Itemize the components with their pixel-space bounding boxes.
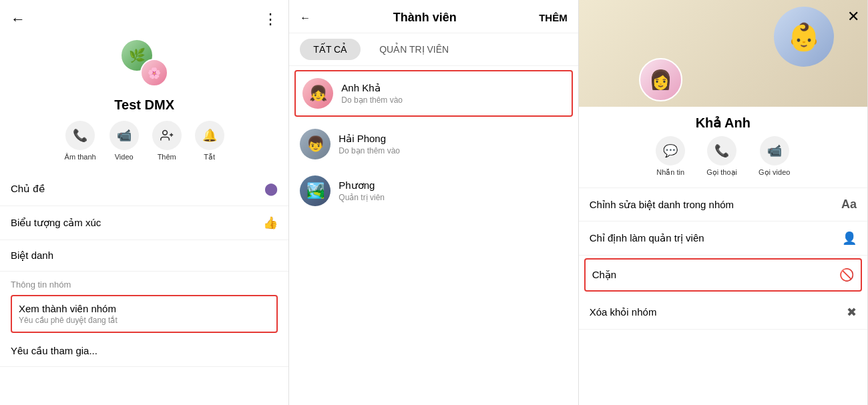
video-button[interactable]: 📹 Video	[110, 121, 139, 161]
emoji-item[interactable]: Biểu tượng cảm xúc 👍	[0, 206, 288, 240]
message-label: Nhắn tin	[656, 168, 684, 177]
member-anh-kha[interactable]: 👧 Anh Khả Do bạn thêm vào	[296, 71, 571, 115]
call-button[interactable]: 📞 Gọi thoại	[706, 136, 737, 177]
panel2-back-button[interactable]: ←	[300, 12, 310, 24]
member-anh-kha-sub: Do bạn thêm vào	[341, 95, 403, 105]
video-label: Video	[115, 153, 134, 161]
user-name: Khả Anh	[579, 107, 867, 136]
panel1-header: ← ⋮	[0, 0, 288, 33]
woman-avatar: 👩	[639, 58, 682, 101]
member-anh-kha-info: Anh Khả Do bạn thêm vào	[341, 82, 403, 105]
call-label: Gọi thoại	[706, 168, 737, 177]
view-members-item-wrapper: Xem thành viên nhóm Yêu cầu phê duyệt đa…	[5, 295, 283, 333]
mute-label: Tắt	[204, 153, 215, 161]
audio-icon: 📞	[65, 121, 95, 150]
theme-label: Chủ đề	[11, 183, 45, 195]
edit-nickname-item[interactable]: Chỉnh sửa biệt danh trong nhóm Aa	[579, 188, 867, 222]
video-icon: 📹	[110, 121, 139, 150]
group-avatar: 🌿 🌸	[120, 39, 168, 87]
remove-from-group-label: Xóa khỏi nhóm	[590, 306, 657, 318]
panel2-title: Thành viên	[393, 11, 457, 25]
panel2-header: ← Thành viên THÊM	[289, 0, 578, 33]
view-members-title: Xem thành viên nhóm	[19, 303, 270, 314]
add-label: Thêm	[158, 153, 176, 161]
tab-all[interactable]: TẤT CẢ	[300, 39, 361, 60]
baby-avatar: 👶	[774, 7, 834, 67]
video-call-label: Gọi video	[758, 168, 790, 177]
member-anh-kha-name: Anh Khả	[341, 82, 403, 94]
audio-label: Âm thanh	[65, 153, 96, 161]
theme-icon: ⬤	[264, 181, 278, 196]
make-admin-label: Chỉ định làm quản trị viên	[590, 232, 704, 244]
edit-nickname-icon: Aa	[841, 197, 857, 212]
join-request-item[interactable]: Yêu cầu tham gia...	[0, 336, 288, 367]
add-members-button[interactable]: THÊM	[539, 12, 568, 23]
remove-from-group-icon: ✖	[847, 305, 857, 320]
bell-icon: 🔔	[195, 121, 224, 150]
profile-section: 🌿 🌸 Test DMX 📞 Âm thanh 📹 Video	[0, 33, 288, 172]
member-anh-kha-avatar: 👧	[302, 78, 333, 109]
svg-point-0	[162, 131, 167, 135]
close-button[interactable]: ✕	[847, 8, 859, 25]
block-item[interactable]: Chặn 🚫	[586, 260, 861, 290]
avatar-2: 🌸	[140, 59, 168, 87]
member-phuong-avatar: 🏞️	[300, 175, 331, 206]
member-hai-phong-avatar: 👦	[300, 129, 331, 159]
group-info-panel: ← ⋮ 🌿 🌸 Test DMX 📞 Âm thanh 📹 Video	[0, 0, 289, 405]
add-member-button[interactable]: Thêm	[152, 121, 182, 161]
member-phuong-name: Phương	[339, 179, 385, 191]
member-hai-phong-name: Hải Phong	[339, 133, 400, 145]
tab-admin[interactable]: QUẢN TRỊ VIÊN	[366, 39, 462, 60]
block-label: Chặn	[592, 269, 617, 281]
group-name: Test DMX	[114, 97, 174, 113]
member-phuong-sub: Quản trị viên	[339, 193, 385, 202]
call-icon: 📞	[707, 136, 736, 165]
action-buttons: 📞 Âm thanh 📹 Video Thêm	[65, 121, 224, 161]
tabs-row: TẤT CẢ QUẢN TRỊ VIÊN	[289, 33, 578, 66]
audio-button[interactable]: 📞 Âm thanh	[65, 121, 96, 161]
remove-from-group-item[interactable]: Xóa khỏi nhóm ✖	[579, 296, 867, 330]
make-admin-icon: 👤	[842, 231, 857, 246]
mute-button[interactable]: 🔔 Tắt	[195, 121, 224, 161]
view-members-sub: Yêu cầu phê duyệt đang tắt	[19, 316, 270, 325]
member-hai-phong[interactable]: 👦 Hải Phong Do bạn thêm vào	[289, 121, 578, 167]
member-item-highlighted[interactable]: 👧 Anh Khả Do bạn thêm vào	[294, 70, 572, 117]
video-call-button[interactable]: 📹 Gọi video	[758, 136, 790, 177]
section-header: Thông tin nhóm	[0, 272, 288, 292]
member-phuong[interactable]: 🏞️ Phương Quản trị viên	[289, 167, 578, 214]
make-admin-item[interactable]: Chỉ định làm quản trị viên 👤	[579, 222, 867, 256]
block-icon: 🚫	[839, 268, 854, 282]
video-call-icon: 📹	[760, 136, 789, 165]
back-button[interactable]: ←	[11, 11, 25, 28]
emoji-icon: 👍	[263, 216, 278, 230]
join-request-label: Yêu cầu tham gia...	[11, 345, 97, 357]
message-icon: 💬	[656, 136, 685, 165]
block-item-wrapper: Chặn 🚫	[584, 258, 862, 292]
edit-nickname-label: Chỉnh sửa biệt danh trong nhóm	[590, 199, 734, 211]
view-members-item[interactable]: Xem thành viên nhóm Yêu cầu phê duyệt đa…	[11, 295, 278, 333]
member-phuong-info: Phương Quản trị viên	[339, 179, 385, 202]
member-hai-phong-info: Hải Phong Do bạn thêm vào	[339, 133, 400, 155]
nickname-label: Biệt danh	[11, 250, 53, 262]
panel3-action-row: 💬 Nhắn tin 📞 Gọi thoại 📹 Gọi video	[579, 136, 867, 188]
more-options-button[interactable]: ⋮	[263, 11, 278, 28]
message-button[interactable]: 💬 Nhắn tin	[656, 136, 685, 177]
theme-item[interactable]: Chủ đề ⬤	[0, 172, 288, 206]
emoji-label: Biểu tượng cảm xúc	[11, 217, 101, 229]
add-person-icon	[152, 121, 182, 150]
members-panel: ← Thành viên THÊM TẤT CẢ QUẢN TRỊ VIÊN 👧…	[289, 0, 578, 405]
nickname-item[interactable]: Biệt danh	[0, 240, 288, 272]
member-hai-phong-sub: Do bạn thêm vào	[339, 146, 400, 155]
user-detail-panel: ✕ 👶 👩 Khả Anh 💬 Nhắn tin 📞 Gọi thoại 📹 G…	[579, 0, 868, 405]
